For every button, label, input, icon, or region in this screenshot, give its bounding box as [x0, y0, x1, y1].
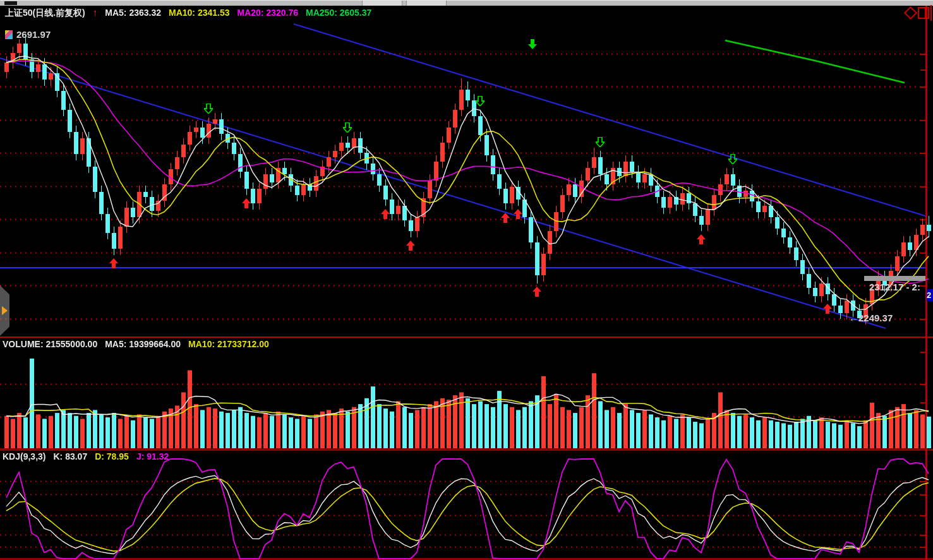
up-arrow-icon: ↑ [93, 7, 98, 18]
buy-signal-icon [501, 213, 510, 223]
buy-signal-icon [697, 234, 706, 244]
stock-chart-app: 上证50(日线.前复权) ↑ MA5: 2363.32 MA10: 2341.5… [0, 0, 933, 560]
ma20-value: MA20: 2320.76 [238, 8, 299, 18]
kdj-k-value: K: 83.07 [53, 451, 87, 462]
volume-indicator-header: VOLUME: 21555000.00 MA5: 19399664.00 MA1… [3, 339, 269, 349]
kdj-j-value: J: 91.32 [136, 451, 169, 462]
buy-signal-icon [533, 287, 541, 297]
volume-ma5-value: MA5: 19399664.00 [105, 339, 181, 349]
titlebar-notch [4, 1, 17, 5]
volume-value: VOLUME: 21555000.00 [3, 339, 97, 349]
chart-canvas[interactable] [0, 0, 933, 560]
ma10-value: MA10: 2341.53 [169, 8, 230, 18]
kdj-name: KDJ(9,3,3) [3, 451, 45, 462]
sell-signal-icon [343, 122, 352, 133]
symbol-title: 上证50(日线.前复权) [5, 8, 85, 19]
ma250-value: MA250: 2605.37 [306, 8, 371, 18]
pane-edge-mark [930, 5, 932, 21]
kdj-d-value: D: 78.95 [95, 451, 129, 462]
axis-price-badge: 2 [927, 289, 933, 301]
split-window-icon[interactable] [918, 7, 929, 19]
crosshair-price-label: 2312.17 - 2: [869, 282, 925, 292]
sell-signal-icon [728, 154, 737, 164]
volume-ma10-value: MA10: 21733712.00 [188, 339, 269, 349]
expand-arrow-icon [2, 306, 8, 315]
buy-signal-icon [242, 198, 251, 208]
window-titlebar [0, 0, 933, 6]
buy-signal-icon [381, 209, 390, 219]
split-window-bar [925, 8, 926, 18]
sell-signal-icon [476, 96, 485, 106]
sell-signal-icon [596, 137, 605, 147]
sell-alert-icon [528, 39, 537, 49]
crosshair-price-bar [864, 276, 925, 281]
kdj-indicator-header: KDJ(9,3,3) K: 83.07 D: 78.95 J: 91.32 [3, 451, 169, 462]
titlebar-segment [362, 1, 402, 6]
sell-signal-icon [204, 104, 213, 114]
buy-signal-icon [109, 258, 118, 268]
low-price-label: ←2249.37 [849, 313, 893, 323]
buy-signal-icon [406, 241, 415, 251]
main-indicator-header: 上证50(日线.前复权) ↑ MA5: 2363.32 MA10: 2341.5… [5, 7, 371, 19]
peak-price-label: 2691.97 [16, 29, 51, 40]
titlebar-segment [406, 1, 447, 6]
ma5-value: MA5: 2363.32 [105, 8, 161, 18]
chart-marker [5, 30, 13, 39]
buy-signal-icon [514, 209, 522, 219]
buy-signal-icon [823, 304, 832, 314]
